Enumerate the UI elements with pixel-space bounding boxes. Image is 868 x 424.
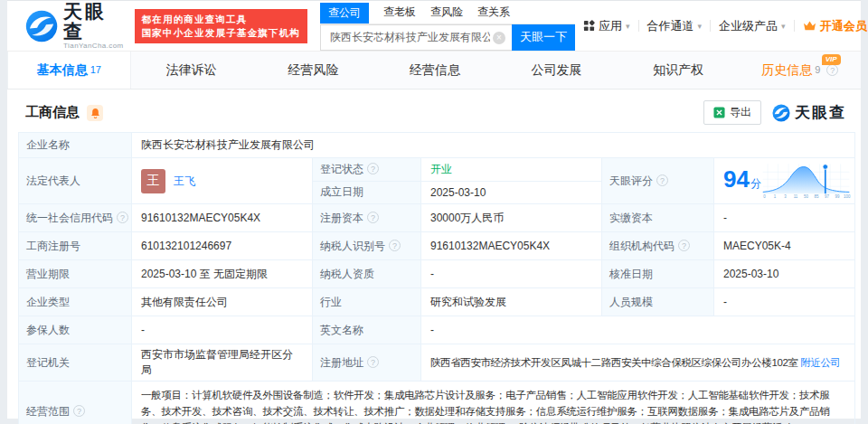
taxpayer-no-value: 91610132MAECY05K4X — [421, 232, 602, 260]
field-label: 经营范围? — [19, 382, 132, 424]
help-icon[interactable]: ? — [389, 240, 401, 251]
legal-rep-link[interactable]: 王飞 — [174, 174, 195, 189]
logo-name: 天眼查 — [63, 2, 125, 42]
tab-label: 公司发展 — [532, 62, 582, 79]
svg-text:11: 11 — [794, 194, 798, 199]
tab-label: 基本信息 — [37, 62, 88, 79]
business-term-value: 2025-03-10 至 无固定期限 — [132, 260, 313, 288]
nav-partner-channel[interactable]: 合作通道 ▾ — [639, 18, 711, 34]
tab-label: 历史信息 — [761, 62, 812, 79]
field-label: 参保人数 — [19, 316, 132, 344]
field-label: 注册资本? — [313, 204, 421, 232]
field-label: 登记机关 — [19, 344, 132, 382]
score-marker-pin — [823, 165, 828, 170]
taxpayer-quality-value: - — [421, 260, 602, 288]
tab-operational-risk[interactable]: 经营风险 — [252, 52, 374, 89]
svg-text:99: 99 — [835, 194, 840, 199]
nav-enterprise-products[interactable]: 企业级产品 ▾ — [711, 18, 794, 34]
help-icon[interactable]: ? — [678, 240, 690, 251]
tab-company-development[interactable]: 公司发展 — [495, 52, 618, 89]
search-tab-risk[interactable]: 查风险 — [430, 2, 463, 24]
nav-enterprise-label: 企业级产品 — [719, 18, 778, 34]
svg-text:0: 0 — [763, 194, 766, 199]
search-input[interactable] — [320, 24, 512, 51]
subscribe-bell-button[interactable] — [87, 105, 103, 121]
help-icon[interactable]: ? — [367, 163, 379, 174]
section-title: 工商信息 — [25, 104, 80, 121]
tab-business-info[interactable]: 经营信息 — [374, 52, 496, 89]
establish-date-value: 2025-03-10 — [421, 181, 602, 204]
business-scope-value: 一般项目：计算机软硬件及外围设备制造；软件开发；集成电路芯片设计及服务；电子产品… — [132, 382, 855, 424]
tianyancha-page: 天眼查 TianYanCha.com 都在用的商业查询工具 国家中小企业发展子基… — [7, 0, 861, 419]
score-cell: 94分 — [714, 158, 855, 204]
field-label: 企业类型 — [19, 288, 132, 316]
tab-basic-info[interactable]: 基本信息 17 — [7, 52, 131, 89]
search-block: 查公司 查老板 查风险 查关系 × 天眼一下 — [320, 2, 575, 51]
chevron-down-icon: ▾ — [626, 22, 630, 31]
table-row: 工商注册号 610132101246697 纳税人识别号? 91610132MA… — [19, 232, 855, 260]
nav-apps[interactable]: 应用 ▾ — [575, 18, 638, 34]
tianyancha-logo-icon — [25, 9, 58, 43]
help-icon[interactable]: ? — [73, 405, 85, 417]
avatar[interactable]: 王 — [141, 169, 165, 193]
company-tabbar: 基本信息 17 法律诉讼 经营风险 经营信息 公司发展 知识产权 VIP 历史信… — [7, 52, 861, 90]
export-button[interactable]: 导出 — [703, 100, 761, 125]
reg-no-value: 610132101246697 — [132, 232, 313, 260]
table-row: 参保人数 - 英文名称 - — [19, 316, 855, 344]
chevron-down-icon: ▾ — [698, 22, 703, 31]
search-tabs: 查公司 查老板 查风险 查关系 — [320, 2, 575, 24]
table-row: 法定代表人 王 王飞 登记状态? 开业 天眼评分? 94分 — [19, 158, 855, 182]
field-label: 登记状态? — [313, 158, 421, 182]
svg-text:50: 50 — [804, 194, 808, 199]
svg-text:1: 1 — [774, 194, 777, 199]
field-label: 实缴资本 — [602, 204, 714, 232]
site-header: 天眼查 TianYanCha.com 都在用的商业查询工具 国家中小企业发展子基… — [7, 1, 861, 52]
crown-icon — [803, 20, 816, 32]
score-value: 94分 — [723, 167, 761, 195]
help-icon[interactable]: ? — [656, 174, 668, 186]
promo-line1: 都在用的商业查询工具 — [142, 13, 301, 26]
search-button[interactable]: 天眼一下 — [512, 24, 575, 51]
nearby-companies-link[interactable]: 附近公司 — [800, 357, 840, 368]
svg-text:100: 100 — [844, 194, 851, 199]
legal-rep-cell: 王 王飞 — [132, 158, 313, 204]
table-row: 经营范围? 一般项目：计算机软硬件及外围设备制造；软件开发；集成电路芯片设计及服… — [19, 382, 855, 424]
search-tab-relation[interactable]: 查关系 — [477, 2, 510, 24]
table-row: 统一社会信用代码? 91610132MAECY05K4X 注册资本? 30000… — [19, 204, 855, 232]
help-icon[interactable]: ? — [367, 212, 379, 223]
nav-open-vip[interactable]: 开通会员 ▾ — [795, 18, 868, 34]
logo-domain: TianYanCha.com — [63, 42, 125, 50]
vip-badge: VIP — [822, 54, 841, 65]
search-tab-company[interactable]: 查公司 — [320, 3, 369, 24]
staff-size-value: - — [714, 288, 855, 316]
tab-label: 经营信息 — [410, 62, 460, 79]
field-label: 纳税人识别号? — [313, 232, 421, 260]
approval-date-value: 2025-03-10 — [714, 260, 855, 288]
site-logo[interactable]: 天眼查 TianYanCha.com — [25, 2, 126, 50]
nav-apps-label: 应用 — [599, 18, 622, 34]
tab-history-info[interactable]: VIP 历史信息 9 ? — [739, 52, 861, 89]
field-label: 天眼评分? — [602, 158, 714, 204]
reg-status-value: 开业 — [421, 158, 602, 182]
help-icon[interactable]: ? — [826, 64, 838, 76]
help-icon[interactable]: ? — [117, 212, 128, 223]
field-label: 营业期限 — [19, 260, 132, 288]
tab-legal-proceedings[interactable]: 法律诉讼 — [131, 52, 253, 89]
field-label: 注册地址? — [313, 344, 421, 382]
top-navigation: 应用 ▾ 合作通道 ▾ 企业级产品 ▾ 开通会员 ▾ — [575, 18, 868, 34]
tab-intellectual-property[interactable]: 知识产权 — [618, 52, 740, 89]
watermark-logo: 天眼查 — [772, 102, 846, 123]
field-label: 工商注册号 — [19, 232, 132, 260]
watermark-text: 天眼查 — [795, 102, 846, 123]
promo-line2: 国家中小企业发展子基金旗下机构 — [142, 26, 301, 40]
svg-text:85: 85 — [815, 194, 819, 199]
help-icon[interactable]: ? — [367, 356, 379, 368]
paid-capital-value: - — [714, 204, 855, 232]
org-code-value: MAECY05K-4 — [714, 232, 855, 260]
search-tab-boss[interactable]: 查老板 — [383, 2, 416, 24]
tianyancha-logo-icon — [772, 104, 790, 122]
table-row: 企业类型 其他有限责任公司 行业 研究和试验发展 人员规模 - — [19, 288, 855, 316]
chart-x-ticks: 0 1 3 11 50 85 97 99 100 — [763, 194, 851, 199]
english-name-value: - — [421, 316, 855, 344]
clear-search-icon[interactable]: × — [493, 32, 505, 44]
